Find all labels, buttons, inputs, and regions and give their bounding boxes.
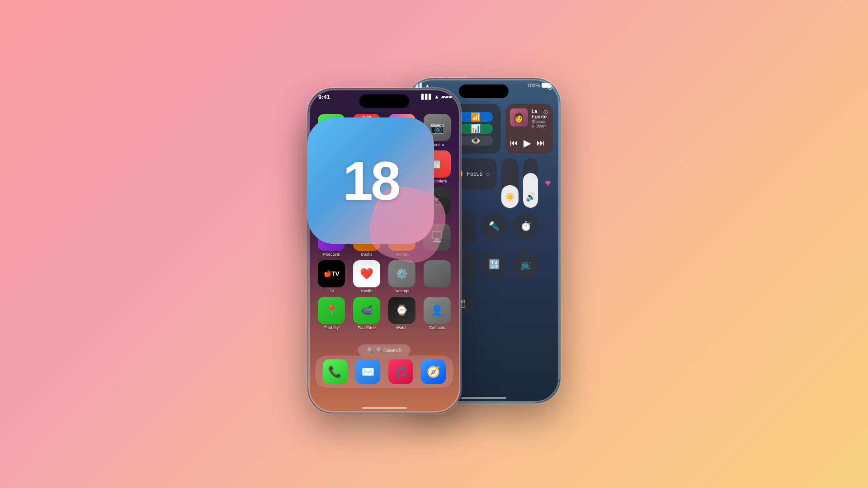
wifi-icon: ▲ (434, 94, 439, 100)
search-bar[interactable]: 🔍 🔍 Search (358, 344, 410, 356)
list-item[interactable]: ⌚ Watch (386, 297, 419, 330)
settings-app-icon[interactable]: ⚙️ (388, 260, 415, 287)
contacts-app-label: Contacts (429, 325, 445, 330)
list-item[interactable] (420, 260, 453, 293)
list-item[interactable]: 🍎TV TV (315, 260, 348, 293)
airplay-icon[interactable]: ⊙ (543, 108, 548, 116)
volume-slider[interactable]: 🔊 (523, 158, 538, 208)
timer-icon: ⏱️ (520, 221, 532, 231)
ios18-logo: 18 (307, 117, 434, 244)
dynamic-island-phone1 (359, 94, 409, 108)
song-artist: Shakira & Bizarr (532, 119, 548, 128)
prev-track-btn[interactable]: ⏮ (510, 138, 518, 148)
dock: 📞 ✉️ 🎵 🧭 (315, 356, 453, 388)
focus-label: Focus (467, 170, 482, 177)
brightness-slider[interactable]: ☀️ (501, 158, 519, 208)
status-icons: ▋▋▋ ▲ ▰▰▰ (421, 94, 452, 100)
facetime-app-icon[interactable]: 📹 (353, 297, 380, 324)
screen-mirror-btn[interactable]: 📺 (512, 251, 539, 278)
safari-app-icon[interactable]: 🧭 (421, 359, 446, 384)
phone-app-icon[interactable]: 📞 (323, 359, 348, 384)
watch-app-label: Watch (396, 325, 407, 330)
settings-app-label: Settings (395, 289, 410, 293)
books-app-label: Books (361, 252, 373, 257)
wifi-status-icon: ▲ (425, 83, 430, 88)
ios18-logo-background: 18 (307, 117, 434, 244)
home-indicator-phone2 (461, 397, 506, 399)
battery-pct-label: 100% (527, 83, 540, 88)
cellular-btn[interactable]: 📊 (458, 124, 492, 134)
calculator-btn[interactable]: 🔢 (481, 251, 508, 278)
list-item[interactable]: ❤️ Health (350, 260, 383, 293)
extra2-app-icon[interactable] (424, 260, 451, 287)
search-label: 🔍 Search (376, 347, 401, 353)
music-tile[interactable]: 👩 La Fuerte Shakira & Bizarr ⊙ ⏮ ▶ ⏭ (505, 104, 553, 154)
music-playback-controls[interactable]: ⏮ ▶ ⏭ (510, 137, 545, 149)
dock-phone[interactable]: 📞 (323, 359, 348, 384)
list-item[interactable]: 👤 Contacts (420, 297, 453, 330)
volume-icon: 🔊 (526, 192, 536, 202)
flashlight-btn[interactable]: 🔦 (481, 212, 508, 239)
status-time: 9:41 (318, 94, 330, 100)
timer-btn[interactable]: ⏱️ (512, 212, 539, 239)
health-heart-icon: ♥ (542, 158, 553, 208)
podcasts-app-label: Podcasts (323, 252, 340, 257)
play-pause-btn[interactable]: ▶ (524, 137, 531, 149)
tv-app-icon[interactable]: 🍎TV (318, 260, 345, 287)
screen-mirror-icon: 📺 (520, 259, 532, 270)
mail-app-icon[interactable]: ✉️ (355, 359, 380, 384)
dynamic-island-phone2 (459, 84, 509, 98)
contacts-app-icon[interactable]: 👤 (424, 297, 451, 324)
focus-chevron-icon: ◇ (486, 171, 490, 177)
music-info: 👩 La Fuerte Shakira & Bizarr ⊙ (510, 108, 548, 128)
power-button-icon: ⏻ (547, 84, 553, 90)
focus-dots-btn[interactable]: 👁️ (458, 136, 492, 145)
music-app-icon[interactable]: 🎵 (388, 359, 413, 384)
scene: 9:41 ▋▋▋ ▲ ▰▰▰ 💬 Messages MON 10 (0, 0, 868, 488)
dock-safari[interactable]: 🧭 (421, 359, 446, 384)
health-app-label: Health (361, 289, 373, 293)
health-app-icon[interactable]: ❤️ (353, 260, 380, 287)
spacer2 (544, 251, 553, 285)
volume-fill (523, 173, 538, 208)
dock-mail[interactable]: ✉️ (355, 359, 380, 384)
calculator-icon: 🔢 (489, 259, 500, 270)
list-item[interactable]: 📍 Find My (315, 297, 348, 330)
search-icon: 🔍 (367, 347, 374, 353)
watch-app-icon[interactable]: ⌚ (388, 297, 415, 324)
findmy-app-icon[interactable]: 📍 (318, 297, 345, 324)
brightness-icon: ☀️ (505, 192, 515, 202)
list-item[interactable]: 📹 FaceTime (350, 297, 383, 330)
tv-app-label: TV (329, 289, 335, 293)
spacer (544, 212, 553, 246)
findmy-app-label: Find My (324, 325, 339, 330)
list-item[interactable]: ⚙️ Settings (386, 260, 419, 293)
next-track-btn[interactable]: ⏭ (537, 138, 545, 148)
signal-icon: ▋▋▋ (421, 94, 432, 100)
ios18-number: 18 (343, 154, 398, 208)
home-indicator-phone1 (362, 407, 407, 409)
facetime-app-label: FaceTime (358, 325, 376, 330)
battery-icon: ▰▰▰ (441, 94, 452, 100)
dock-music[interactable]: 🎵 (388, 359, 413, 384)
album-art: 👩 (510, 108, 528, 127)
airdrop-btn[interactable]: 📶 (458, 112, 492, 122)
flashlight-icon: 🔦 (489, 221, 500, 231)
